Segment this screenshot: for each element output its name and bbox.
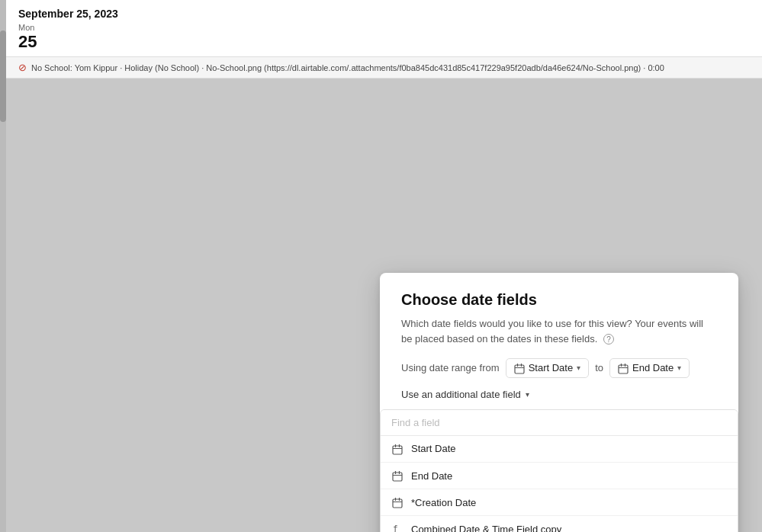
dropdown-item-label: Start Date <box>411 443 456 454</box>
event-text: No School: Yom Kippur · Holiday (No Scho… <box>31 63 664 72</box>
to-label: to <box>595 362 603 373</box>
modal-title: Choose date fields <box>401 291 717 309</box>
start-date-item-icon <box>391 443 404 455</box>
help-icon[interactable]: ? <box>603 334 614 345</box>
end-date-calendar-icon <box>618 362 629 374</box>
end-date-label: End Date <box>632 362 674 373</box>
calendar-event-row: ⊘ No School: Yom Kippur · Holiday (No Sc… <box>6 57 762 79</box>
additional-date-chevron: ▾ <box>526 390 529 399</box>
field-search-input[interactable] <box>381 410 738 436</box>
date-range-prefix: Using date range from <box>401 362 500 373</box>
end-date-select[interactable]: End Date ▾ <box>609 358 690 378</box>
modal-description: Which date fields would you like to use … <box>401 316 717 346</box>
svg-rect-8 <box>393 446 402 454</box>
svg-rect-16 <box>393 499 402 508</box>
start-date-select[interactable]: Start Date ▾ <box>506 358 590 378</box>
additional-date-toggle[interactable]: Use an additional date field ▾ <box>401 389 717 400</box>
start-date-calendar-icon <box>514 362 525 374</box>
svg-rect-12 <box>393 473 402 481</box>
combined-datetime-item-icon: ƒ <box>391 523 404 532</box>
calendar-day-number: 25 <box>18 32 750 52</box>
date-range-row: Using date range from Start Date ▾ to <box>401 358 717 378</box>
choose-date-fields-modal: Choose date fields Which date fields wou… <box>380 273 738 532</box>
svg-text:ƒ: ƒ <box>393 524 398 532</box>
end-date-item-icon <box>391 470 404 482</box>
end-date-chevron: ▾ <box>677 364 681 372</box>
dropdown-item-combined-datetime[interactable]: ƒ Combined Date & Time Field copy <box>381 516 738 532</box>
event-error-icon: ⊘ <box>18 62 27 73</box>
dropdown-item-label: End Date <box>411 470 452 482</box>
dropdown-item-end-date[interactable]: End Date <box>381 463 738 489</box>
additional-date-label: Use an additional date field <box>401 389 521 400</box>
scroll-thumb[interactable] <box>0 30 6 122</box>
svg-rect-4 <box>619 365 628 373</box>
calendar-header: September 25, 2023 Mon 25 <box>6 0 762 57</box>
dropdown-item-label: *Creation Date <box>411 497 476 508</box>
field-dropdown-panel: Start Date End Date <box>380 409 738 532</box>
start-date-label: Start Date <box>529 362 574 373</box>
dropdown-item-start-date[interactable]: Start Date <box>381 436 738 463</box>
scroll-track <box>0 0 6 532</box>
calendar-month-year: September 25, 2023 <box>18 8 750 20</box>
calendar-day-label: Mon <box>18 23 750 32</box>
calendar-background: September 25, 2023 Mon 25 ⊘ No School: Y… <box>0 0 762 532</box>
dropdown-item-creation-date[interactable]: *Creation Date <box>381 489 738 516</box>
start-date-chevron: ▾ <box>577 364 580 372</box>
svg-rect-0 <box>515 365 524 373</box>
dropdown-item-label: Combined Date & Time Field copy <box>411 524 561 532</box>
creation-date-item-icon <box>391 496 404 508</box>
